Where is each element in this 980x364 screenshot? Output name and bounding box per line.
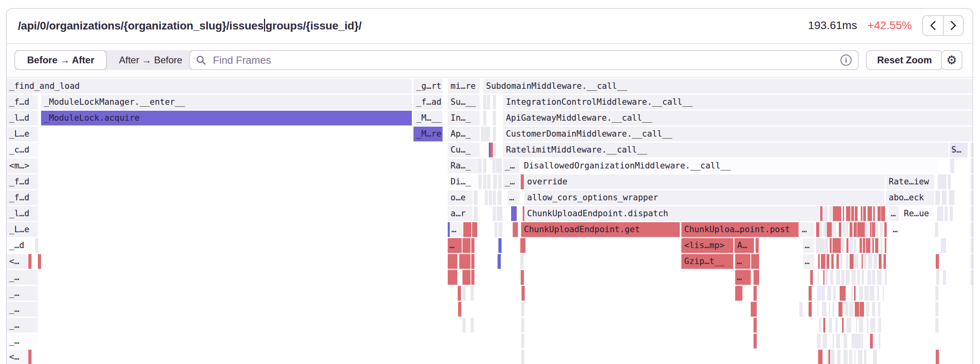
flame-frame[interactable]: Ra…_ (448, 159, 480, 173)
flame-frame-sliver[interactable] (817, 334, 821, 348)
flame-frame-sliver[interactable] (864, 350, 867, 364)
flame-frame-sliver[interactable] (936, 254, 939, 269)
flame-frame-sliver[interactable] (835, 222, 836, 237)
flame-frame[interactable]: A… (734, 238, 754, 253)
flame-frame[interactable]: a…r (448, 206, 472, 221)
flame-frame[interactable]: _f…d (6, 190, 38, 205)
flame-frame-sliver[interactable] (850, 222, 852, 237)
flame-frame[interactable]: <… (6, 350, 27, 364)
flame-frame-sliver[interactable] (844, 334, 847, 348)
flame-frame[interactable]: _M…re (413, 127, 443, 141)
flame-frame-sliver[interactable] (489, 190, 492, 205)
flame-frame-sliver[interactable] (817, 302, 819, 317)
search-input[interactable] (189, 50, 859, 70)
flame-frame-sliver[interactable] (483, 174, 486, 189)
flame-frame[interactable]: ChunkUploadEndpoint.get (521, 222, 680, 237)
flame-frame-sliver[interactable] (756, 238, 759, 253)
flame-frame-sliver[interactable] (448, 254, 457, 269)
flame-frame-sliver[interactable] (483, 95, 486, 110)
flame-frame-sliver[interactable] (846, 222, 848, 237)
flame-frame-sliver[interactable] (842, 286, 846, 301)
flame-frame[interactable]: _… (503, 174, 520, 189)
flame-frame-sliver[interactable] (830, 270, 833, 285)
flame-frame-sliver[interactable] (810, 270, 813, 285)
flame-frame-sliver[interactable] (825, 238, 828, 253)
flame-frame[interactable]: _g…rt (413, 79, 443, 94)
flame-frame-sliver[interactable] (845, 302, 848, 317)
flame-frame[interactable]: … (803, 238, 814, 253)
flame-frame[interactable]: Rate…iew (886, 174, 934, 189)
flame-frame-sliver[interactable] (855, 302, 860, 317)
flame-frame[interactable]: In…_ (448, 111, 480, 125)
flame-frame-sliver[interactable] (756, 270, 759, 285)
flame-frame-sliver[interactable] (874, 254, 877, 269)
flame-frame-sliver[interactable] (462, 270, 470, 285)
flame-frame-sliver[interactable] (837, 238, 841, 253)
flame-frame[interactable]: ChunkUploadEndpoint.dispatch (524, 206, 819, 221)
flame-frame-sliver[interactable] (840, 254, 842, 269)
flame-frame-sliver[interactable] (837, 206, 842, 221)
flame-frame-sliver[interactable] (470, 286, 474, 301)
flame-frame-sliver[interactable] (852, 334, 855, 348)
flame-frame[interactable]: _M…__ (413, 111, 443, 125)
flame-frame-sliver[interactable] (850, 254, 854, 269)
flame-frame-sliver[interactable] (970, 254, 974, 269)
flame-frame[interactable]: o…e (448, 190, 472, 205)
flame-frame-sliver[interactable] (493, 127, 496, 141)
flame-frame[interactable]: Su…__ (448, 95, 480, 110)
flame-frame-sliver[interactable] (470, 318, 474, 333)
flame-frame-sliver[interactable] (520, 254, 523, 269)
flame-frame-sliver[interactable] (838, 302, 842, 317)
flame-frame-sliver[interactable] (836, 334, 840, 348)
flame-frame-sliver[interactable] (754, 334, 757, 348)
flame-frame-sliver[interactable] (826, 270, 828, 285)
flame-frame-sliver[interactable] (935, 190, 940, 205)
tab-before-after[interactable]: Before → After (14, 50, 107, 70)
flame-frame-sliver[interactable] (867, 318, 869, 333)
flame-frame-sliver[interactable] (970, 270, 974, 285)
flame-frame-sliver[interactable] (494, 222, 498, 237)
flame-frame-sliver[interactable] (521, 302, 524, 317)
flame-frame-sliver[interactable] (866, 302, 869, 317)
flame-frame-sliver[interactable] (832, 222, 834, 237)
flame-frame-sliver[interactable] (842, 238, 844, 253)
flame-frame-sliver[interactable] (832, 302, 834, 317)
flame-frame[interactable]: _… (503, 159, 520, 173)
flame-frame-sliver[interactable] (860, 238, 862, 253)
flame-frame-sliver[interactable] (824, 206, 828, 221)
flame-frame-sliver[interactable] (842, 318, 844, 333)
flame-frame-sliver[interactable] (857, 222, 861, 237)
flame-frame-sliver[interactable] (827, 286, 831, 301)
flame-frame[interactable]: IntegrationControlMiddleware.__call__ (503, 95, 973, 110)
flame-frame-sliver[interactable] (846, 318, 851, 333)
flame-frame-sliver[interactable] (970, 222, 974, 237)
flame-frame-sliver[interactable] (821, 254, 825, 269)
flame-frame-sliver[interactable] (854, 286, 856, 301)
flame-frame-sliver[interactable] (844, 350, 848, 364)
flame-frame-sliver[interactable] (857, 270, 860, 285)
flame-frame-sliver[interactable] (854, 238, 856, 253)
flame-frame-sliver[interactable] (497, 206, 502, 221)
flame-frame-sliver[interactable] (852, 270, 856, 285)
flame-frame-sliver[interactable] (870, 286, 874, 301)
flame-frame[interactable]: … (735, 270, 751, 285)
flame-frame-sliver[interactable] (872, 222, 875, 237)
flame-frame-sliver[interactable] (836, 270, 840, 285)
flame-frame-sliver[interactable] (881, 206, 885, 221)
flame-frame-sliver[interactable] (522, 238, 525, 253)
flame-frame-sliver[interactable] (458, 286, 461, 301)
flame-frame[interactable]: Re…ue (901, 206, 935, 221)
flame-frame-sliver[interactable] (858, 350, 862, 364)
flame-frame-sliver[interactable] (828, 318, 832, 333)
flamegraph-canvas[interactable]: _find_and_load_g…rtmi…reSubdomainMiddlew… (0, 78, 980, 364)
flame-frame-sliver[interactable] (28, 254, 31, 269)
flame-frame[interactable]: _f…d (6, 95, 38, 110)
flame-frame[interactable]: … (891, 222, 901, 237)
flame-frame-sliver[interactable] (846, 254, 848, 269)
flame-frame-sliver[interactable] (458, 302, 461, 317)
flame-frame[interactable]: Di…_ (448, 174, 480, 189)
flame-frame-sliver[interactable] (478, 174, 482, 189)
flame-frame[interactable]: <lis…mp> (681, 238, 733, 253)
flame-frame-sliver[interactable] (499, 159, 502, 173)
flame-frame-sliver[interactable] (521, 286, 525, 301)
